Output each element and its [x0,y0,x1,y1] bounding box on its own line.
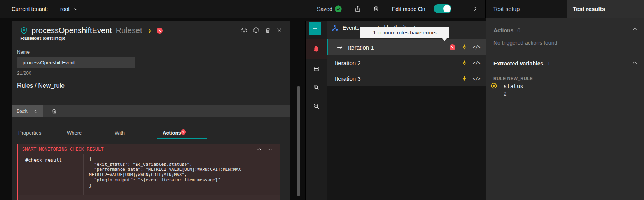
iteration-row-3[interactable]: Iteration 3 </> [327,71,486,87]
tenant-selector[interactable]: root [60,0,78,18]
action-card-next-row [18,195,280,200]
test-rail [305,21,327,200]
toggle-knob [443,5,451,12]
panel-scrollbar[interactable] [298,86,300,196]
ruleset-type-label: Ruleset [116,26,142,35]
action-card-body: #check_result { "exit_status": "${_varia… [18,154,280,195]
iteration-label: Iteration 2 [335,60,361,66]
card-overflow-menu-button[interactable] [267,146,273,152]
variables-section-title: Extracted variables1 [494,60,550,67]
bolt-filled-icon [461,76,467,82]
close-panel-button[interactable] [276,28,282,33]
iteration-row-1[interactable]: Iteration 1 </> [327,39,486,55]
name-input[interactable] [17,57,135,68]
test-results-panel: Actions0 No triggered actions found Extr… [486,18,644,200]
section-divider [12,77,290,77]
current-tenant-label: Current tenant: [12,0,48,18]
view-code-button[interactable]: </> [473,76,480,81]
iteration-label: Iteration 3 [335,75,361,82]
zoom-in-icon [313,84,320,91]
tab-test-results[interactable]: Test results [567,0,644,18]
tab-with[interactable]: With [115,130,125,136]
action-card-title: SMART_MONITORING_CHECK_RESULT [22,147,104,152]
chevron-left-icon [33,109,38,113]
action-field-label: #check_result [18,154,84,195]
chevron-up-icon [257,147,262,152]
action-card-header: SMART_MONITORING_CHECK_RESULT [18,144,280,154]
overflow-menu-icon [267,146,273,152]
tab-properties[interactable]: Properties [18,130,41,136]
saved-check-icon [334,5,342,13]
download-ruleset-button[interactable] [253,27,259,34]
variable-value: 2 [504,91,507,97]
bolt-outline-icon [461,60,467,66]
collapse-card-button[interactable] [257,147,262,152]
actions-error-icon [180,129,186,135]
chevron-right-icon [473,6,478,11]
no-actions-message: No triggered actions found [494,40,557,46]
results-divider [486,55,644,55]
ruleset-panel-header: processOpenshiftEvent Ruleset [12,21,290,39]
bolt-outline-icon [461,44,467,50]
plus-icon [312,25,318,32]
chevron-up-icon [632,26,638,32]
zoom-out-icon [313,103,320,110]
tab-actions[interactable]: Actions [163,130,181,136]
action-card-smart-monitoring: SMART_MONITORING_CHECK_RESULT #check_res… [17,144,280,200]
delete-rule-button[interactable] [48,105,60,117]
rail-item-zoom-out[interactable] [306,97,327,115]
chevron-up-icon [632,60,638,65]
name-field-label: Name [17,50,30,55]
export-button[interactable] [352,0,364,18]
iteration-error-icon [449,44,456,51]
add-event-button[interactable] [309,22,321,35]
upload-ruleset-button[interactable] [241,27,247,34]
view-code-button[interactable]: </> [473,60,480,66]
tooltip-caret [442,38,447,41]
bolt-warning-icon [147,28,153,34]
ruleset-settings-heading: Ruleset settings [20,37,137,42]
iteration-row-2[interactable]: Iteration 2 </> [327,55,486,71]
actions-section-title: Actions0 [494,27,520,34]
export-icon [354,5,361,12]
delete-ruleset-button[interactable] [265,27,271,34]
trash-icon [51,108,57,114]
tabs-baseline [12,139,290,139]
error-tooltip: 1 or more rules have errors [360,27,449,38]
chevron-down-icon [74,7,78,11]
topbar-divider [464,0,464,18]
back-button[interactable]: Back [12,105,43,117]
events-panel: Events generated by the iterator Iterati… [327,21,486,200]
variable-radio-icon [490,82,497,89]
collapse-variables-button[interactable] [632,60,638,65]
rule-tabs: Properties Where With Actions [12,127,290,139]
trash-icon [373,5,380,12]
variables-count: 1 [547,60,550,67]
bell-icon [313,46,320,53]
action-code-editor[interactable]: { "exit_status": "${_variables.status}",… [84,154,280,195]
variable-name: status [504,83,523,89]
iteration-label: Iteration 1 [348,44,374,51]
error-badge-icon [156,27,163,34]
delete-button[interactable] [370,0,382,18]
rows-icon [313,65,320,72]
view-code-button[interactable]: </> [473,44,480,50]
collapse-actions-button[interactable] [632,26,638,32]
topbar: Current tenant: root Saved Edit mode On … [0,0,644,18]
collapse-panel-button[interactable] [465,0,485,18]
ruleset-title: processOpenshiftEvent [32,26,112,35]
rail-item-list-view[interactable] [306,59,327,78]
tab-where[interactable]: Where [67,130,82,136]
edit-mode-toggle[interactable] [434,4,452,13]
ruleset-shield-icon [20,27,28,34]
active-tab-underline [158,138,207,139]
arrow-right-icon [336,44,343,51]
rail-item-alerts[interactable] [306,39,327,59]
edit-mode-label: Edit mode On [392,0,425,18]
saved-status-label: Saved [317,0,332,18]
char-counter: 21/200 [17,71,32,76]
rail-item-zoom-in[interactable] [306,78,327,97]
action-code: { "exit_status": "${_variables.status}",… [89,156,280,188]
tab-test-setup[interactable]: Test setup [486,0,567,18]
actions-count: 0 [517,27,520,34]
